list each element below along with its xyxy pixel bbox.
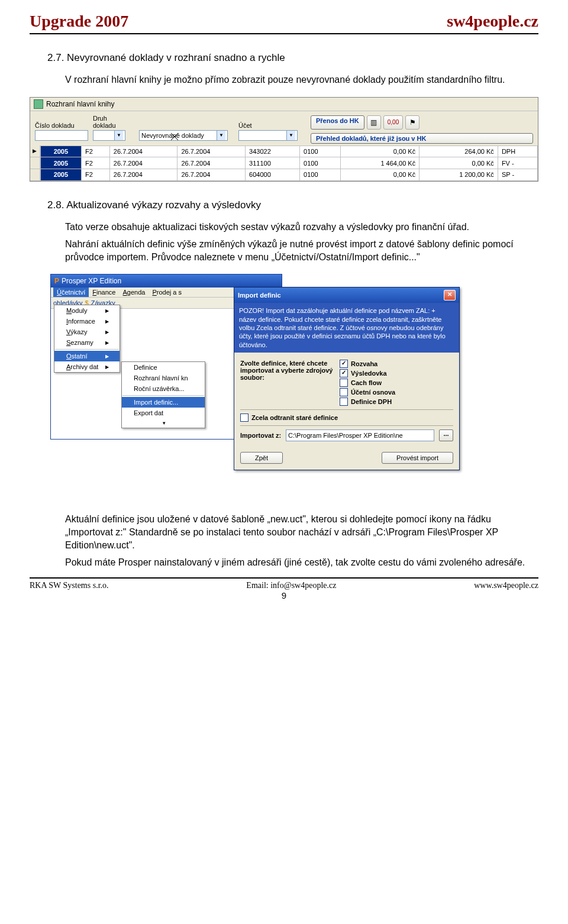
checkbox-rozvaha[interactable]: ✓Rozvaha	[340, 360, 395, 368]
flag-icon[interactable]: ⚑	[405, 115, 419, 130]
menu-item[interactable]: Prodej a s	[149, 287, 185, 297]
checkbox-icon: ✓	[340, 360, 348, 368]
expand-chevron-icon[interactable]: ▾	[122, 418, 205, 428]
screenshot-grid-interface: Rozhraní hlavní knihy Číslo dokladu Druh…	[30, 97, 538, 182]
para-4: Pokud máte Prosper nainstalovaný v jiném…	[65, 556, 538, 569]
amount-badge: 0,00	[383, 115, 403, 130]
menu-item[interactable]: Účetnictví	[53, 287, 89, 297]
col-druh-label: Druhdokladu	[93, 115, 134, 130]
back-button[interactable]: Zpět	[240, 452, 283, 464]
menu-item[interactable]: Agenda	[119, 287, 149, 297]
menu-item[interactable]: Seznamy▶	[54, 337, 120, 348]
data-grid: 2005F226.7.200426.7.200434302201000,00 K…	[40, 146, 538, 181]
checkbox-definice-dph[interactable]: Definice DPH	[340, 398, 395, 406]
choose-label: Zvolte definice, které chcete importovat…	[240, 360, 335, 381]
dialog-title-text: Import definic	[238, 292, 281, 299]
checkbox-výsledovka[interactable]: ✓Výsledovka	[340, 369, 395, 377]
checkbox-icon	[340, 379, 348, 387]
cislo-input[interactable]	[35, 130, 88, 141]
menu-item[interactable]: Ostatní▶	[54, 351, 120, 361]
checkbox-icon	[340, 398, 348, 406]
col-cislo-label: Číslo dokladu	[35, 122, 88, 130]
import-button[interactable]: Provést import	[382, 452, 453, 464]
section-2-8-p2: Nahrání aktuálních definic výše zmíněnýc…	[65, 238, 538, 263]
main-window-title: Prosper XP Edition	[62, 277, 121, 285]
browse-button[interactable]: ...	[439, 429, 453, 441]
section-2-8-title: 2.8. Aktualizované výkazy rozvahy a výsl…	[47, 199, 538, 211]
screenshot-menu-dialog: P Prosper XP Edition ÚčetnictvíFinanceAg…	[50, 274, 538, 499]
header-right: sw4people.cz	[447, 12, 538, 31]
footer-left: RKA SW Systems s.r.o.	[30, 581, 109, 590]
checkbox-účetní-osnova[interactable]: Účetní osnova	[340, 388, 395, 396]
app-icon	[34, 99, 43, 109]
filter-combo[interactable]: Nevyrovnané doklady ▼	[139, 130, 228, 141]
druh-combo[interactable]: ▼	[93, 130, 125, 141]
main-window-titlebar: P Prosper XP Edition	[51, 274, 282, 287]
menu-item[interactable]: Finance	[89, 287, 119, 297]
footer-mid: Email: info@sw4people.cz	[246, 581, 336, 590]
page-footer: RKA SW Systems s.r.o. Email: info@sw4peo…	[30, 579, 538, 590]
para-3: Aktuální definice jsou uložené v datové …	[65, 513, 538, 551]
table-row[interactable]: 2005F226.7.200426.7.200434302201000,00 K…	[40, 146, 537, 157]
app1-titlebar: Rozhraní hlavní knihy	[30, 98, 538, 111]
chevron-down-icon: ▼	[114, 131, 123, 140]
page-number: 9	[30, 590, 538, 600]
prehled-button[interactable]: Přehled dokladů, které již jsou v HK	[311, 133, 533, 144]
dialog-warning: POZOR! Import dat zazálohuje aktuální de…	[234, 303, 459, 352]
prenos-button[interactable]: Přenos do HK	[311, 115, 364, 130]
menu-ucetnictvi[interactable]: Moduly▶Informace▶Výkazy▶Seznamy▶Ostatní▶…	[54, 305, 120, 373]
footer-right: www.sw4people.cz	[474, 581, 538, 590]
remove-old-checkbox[interactable]: Zcela odtranit staré definice	[240, 413, 453, 422]
header-left: Upgrade 2007	[30, 12, 128, 31]
table-row[interactable]: 2005F226.7.200426.7.200460400001000,00 K…	[40, 169, 537, 180]
menu-item[interactable]: Export dat	[122, 408, 205, 418]
import-dialog: Import definic ✕ POZOR! Import dat zazál…	[234, 287, 460, 470]
section-2-7-title: 2.7. Nevyrovnané doklady v rozhraní snad…	[47, 52, 538, 64]
menu-item[interactable]: Import definic...	[122, 397, 205, 408]
menu-item[interactable]: Informace▶	[54, 316, 120, 327]
menu-item[interactable]: Archivy dat▶	[54, 361, 120, 372]
row-selector-column: ▶	[30, 146, 40, 181]
menu-item[interactable]: Definice	[122, 362, 205, 373]
checkbox-icon	[340, 388, 348, 396]
chevron-down-icon: ▼	[217, 131, 225, 140]
menu-item[interactable]: Roční uzávěrka...	[122, 383, 205, 394]
section-2-7-body: V rozhraní hlavní knihy je možno přímo z…	[65, 73, 538, 86]
checkbox-cach-flow[interactable]: Cach flow	[340, 379, 395, 387]
dialog-titlebar: Import definic ✕	[234, 287, 459, 303]
app-icon: P	[54, 277, 59, 285]
document-icon[interactable]: ▥	[367, 115, 381, 130]
close-icon[interactable]: ✕	[444, 290, 456, 301]
import-from-label: Importovat z:	[240, 432, 281, 439]
import-path-input[interactable]	[286, 429, 434, 441]
checkbox-icon: ✓	[340, 369, 348, 377]
page-header: Upgrade 2007 sw4people.cz	[30, 12, 538, 34]
menu-item[interactable]: Rozhraní hlavní kn	[122, 373, 205, 383]
col-ucet-label: Účet	[238, 122, 304, 130]
remove-old-label: Zcela odtranit staré definice	[251, 414, 338, 421]
table-row[interactable]: 2005F226.7.200426.7.200431110001001 464,…	[40, 157, 537, 169]
filter-value: Nevyrovnané doklady	[141, 132, 204, 139]
submenu-ostatni[interactable]: DefiniceRozhraní hlavní knRoční uzávěrka…	[121, 361, 205, 428]
ucet-combo[interactable]: ▼	[238, 130, 298, 141]
chevron-down-icon: ▼	[286, 131, 295, 140]
row-marker-icon: ▶	[30, 146, 40, 157]
app1-title-text: Rozhraní hlavní knihy	[46, 100, 114, 108]
menu-item[interactable]: Výkazy▶	[54, 327, 120, 337]
menu-item[interactable]: Moduly▶	[54, 305, 120, 316]
checkbox-icon	[240, 413, 248, 422]
section-2-8-p1: Tato verze obsahuje aktualizaci tiskovýc…	[65, 221, 538, 234]
